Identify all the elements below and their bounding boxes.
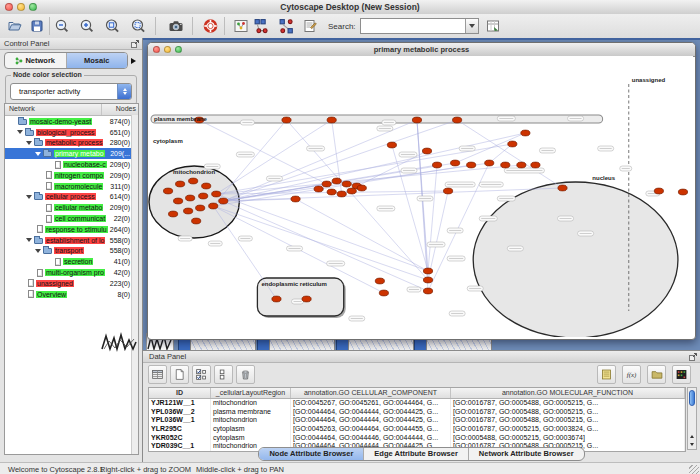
network-node[interactable] [186,195,195,201]
resize-grip[interactable] [689,465,699,474]
select-attributes-button[interactable] [192,365,211,384]
network-node[interactable] [347,188,356,194]
tree-row[interactable]: unassigned223(0) [5,278,138,289]
network-node[interactable] [412,117,421,123]
network-node[interactable] [189,178,198,184]
save-button[interactable] [29,16,45,36]
network-node[interactable] [521,130,530,136]
tree-row[interactable]: primary metabo209(... [5,148,138,159]
network-node[interactable] [517,162,526,168]
network-node[interactable] [423,268,432,274]
network-node[interactable] [212,191,221,197]
attribute-table-button[interactable] [148,365,167,384]
network-node[interactable] [168,211,177,217]
tree-row[interactable]: cellular metabo209(0) [5,202,138,213]
network-node[interactable] [202,183,211,189]
network-node[interactable] [654,188,663,194]
tab-edge-attribute-browser[interactable]: Edge Attribute Browser [364,448,468,460]
zoom-selected-button[interactable] [130,16,147,36]
tree-row[interactable]: biological_process651(0) [5,127,138,138]
network-node[interactable] [357,185,366,191]
network-node[interactable] [163,188,172,194]
disclosure-triangle-icon[interactable] [26,195,32,199]
network-node[interactable] [467,162,476,168]
network-node[interactable] [332,178,341,184]
tree-row[interactable]: cell communicat22(0) [5,213,138,224]
network-node[interactable] [219,198,228,204]
network-node[interactable] [342,181,351,187]
network-node[interactable] [314,186,323,192]
tree-row[interactable]: Overview8(0) [5,289,138,300]
column-header[interactable]: ID [149,388,211,398]
network-node[interactable] [302,296,311,302]
tree-scrollbar[interactable] [131,115,138,454]
network-node[interactable] [379,290,388,296]
disclosure-triangle-icon[interactable] [35,249,41,253]
tree-row[interactable]: macromolecule311(0) [5,181,138,192]
tree-row[interactable]: response to stimulu264(0) [5,224,138,235]
tab-network[interactable]: Network [5,53,67,68]
disclosure-triangle-icon[interactable] [17,130,23,134]
network-node[interactable] [508,141,517,147]
tree-row[interactable]: nucleobase-c209(0) [5,159,138,170]
network-node[interactable] [327,117,336,123]
tree-row[interactable]: nitrogen compo209(0) [5,170,138,181]
node-color-select[interactable]: transporter activity [10,83,132,100]
network-view-window[interactable]: primary metabolic process plasma membran… [147,42,696,340]
network-node[interactable] [173,198,182,204]
tab-overflow-button[interactable] [128,53,138,68]
network-node[interactable] [387,142,396,148]
network-node[interactable] [337,191,346,197]
network-node[interactable] [501,162,510,168]
network-node[interactable] [184,208,193,214]
disclosure-triangle-icon[interactable] [26,238,32,242]
table-row[interactable]: YPL036W__1mitochondrion[GO:0044464, GO:0… [149,416,685,425]
network-node[interactable] [432,162,441,168]
network-node[interactable] [192,218,201,224]
network-node[interactable] [423,288,432,294]
zoom-in-button[interactable] [79,16,95,36]
tree-row[interactable]: establishment of lo558(0) [5,235,138,246]
open-button[interactable] [6,16,24,36]
table-row[interactable]: YLR295Ccytoplasm[GO:0045263, GO:0044464,… [149,425,685,434]
network-node[interactable] [291,196,300,202]
network-canvas[interactable]: plasma membranecytoplasmmitochondrionnuc… [148,56,693,337]
column-header[interactable]: _cellularLayoutRegion [211,388,291,398]
network-node[interactable] [558,185,567,191]
import-attributes-button[interactable] [597,365,616,384]
network-node[interactable] [282,117,291,123]
float-panel-button[interactable] [689,353,697,363]
column-header[interactable]: annotation.GO CELLULAR_COMPONENT [291,388,451,398]
tree-row[interactable]: transport558(0) [5,246,138,257]
zoom-out-button[interactable] [54,16,70,36]
table-row[interactable]: YJR121W__1mitochondrion[GO:0045267, GO:0… [149,399,685,408]
delete-attribute-button[interactable] [236,365,255,384]
network-node[interactable] [422,148,431,154]
tree-row[interactable]: cellular process614(0) [5,192,138,203]
scroll-up-button[interactable] [688,432,696,440]
unselect-attributes-button[interactable] [214,365,233,384]
network-node[interactable] [272,296,281,302]
table-row[interactable]: YKR052Ccytoplasm[GO:0044464, GO:0044446,… [149,434,685,443]
attribute-matrix-button[interactable] [672,365,691,384]
network-node[interactable] [209,203,218,209]
annotation-button[interactable] [302,16,318,36]
layout-attribute-2-button[interactable] [278,16,296,36]
tab-mosaic[interactable]: Mosaic [67,53,128,68]
tree-row[interactable]: multi-organism pro42(0) [5,267,138,278]
zoom-fit-button[interactable] [104,16,121,36]
snapshot-button[interactable] [166,16,186,36]
disclosure-triangle-icon[interactable] [35,152,41,156]
search-input[interactable] [361,20,465,32]
network-node[interactable] [375,278,384,284]
import-table-button[interactable] [485,16,501,36]
tab-node-attribute-browser[interactable]: Node Attribute Browser [259,448,364,460]
function-builder-button[interactable]: f(x) [622,365,641,384]
network-node[interactable] [423,277,432,283]
table-row[interactable]: YPL036W__2plasma membrane[GO:0044464, GO… [149,408,685,417]
tree-row[interactable]: secretion41(0) [5,256,138,267]
tree-row[interactable]: mosaic-demo-yeast874(0) [5,116,138,127]
table-scrollbar[interactable] [687,387,697,450]
network-node[interactable] [443,188,452,194]
network-node[interactable] [327,189,336,195]
